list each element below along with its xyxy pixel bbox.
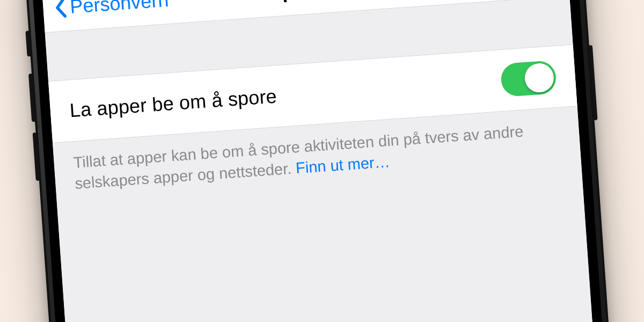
back-label: Personvern	[69, 0, 170, 18]
allow-tracking-toggle[interactable]	[500, 60, 557, 97]
phone-chassis: 12:16	[21, 0, 623, 322]
silence-switch	[25, 31, 31, 56]
chevron-left-icon	[53, 0, 69, 18]
allow-tracking-label: La apper be om å spore	[69, 85, 277, 122]
volume-up-button	[28, 74, 36, 122]
power-button	[588, 45, 598, 120]
back-button[interactable]: Personvern	[53, 0, 170, 19]
settings-list: La apper be om å spore Tillat at apper k…	[45, 0, 606, 322]
volume-down-button	[33, 133, 40, 181]
learn-more-link[interactable]: Finn ut mer…	[295, 153, 390, 177]
page-title: Sporing	[268, 0, 343, 4]
phone-screen: 12:16	[38, 0, 605, 322]
toggle-knob	[524, 62, 555, 93]
